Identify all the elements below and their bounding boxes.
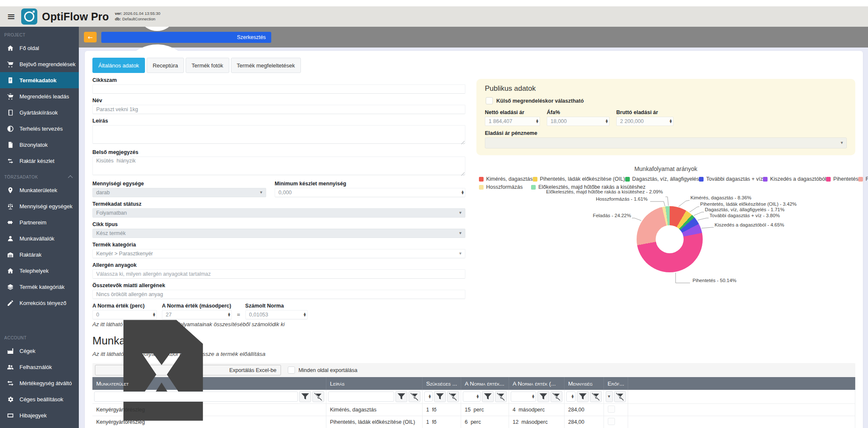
- column-header[interactable]: Erőf...: [604, 377, 628, 390]
- filter-funnel-icon[interactable]: [482, 391, 494, 402]
- minimum-keszlet-input[interactable]: [275, 188, 465, 197]
- termekadat-statusz-select[interactable]: Folyamatban ▼: [92, 208, 465, 218]
- spinner-buttons[interactable]: ▲▼: [462, 188, 464, 197]
- filter-funnel-icon[interactable]: [537, 391, 549, 402]
- sidebar-item-munkav-llal-k[interactable]: Munkavállalók: [0, 230, 79, 246]
- sidebar-item-megrendel-s-lead-s[interactable]: Megrendelés leadás: [0, 88, 79, 104]
- filter-funnel-icon[interactable]: [299, 391, 311, 402]
- legend-item[interactable]: Hosszformázás: [479, 184, 523, 190]
- brutto-ar-input[interactable]: [616, 117, 673, 126]
- spinner-buttons[interactable]: ▲▼: [670, 117, 672, 126]
- filter-select-erof[interactable]: ▼: [606, 391, 613, 402]
- filter-input-szukseges[interactable]: [424, 392, 433, 402]
- spinner-buttons[interactable]: ▲▼: [536, 117, 538, 126]
- spinner-buttons[interactable]: ▲▼: [304, 311, 306, 319]
- tab--ltal-nos-adatok[interactable]: Általános adatok: [92, 58, 145, 73]
- legend-item[interactable]: Kimérés, dagasztás: [479, 176, 533, 182]
- filter-input-mennyiseg[interactable]: [566, 392, 576, 402]
- filter-input-munkaterulet[interactable]: [94, 392, 298, 402]
- legend-item[interactable]: Kiszedés a dagasztóból: [763, 176, 826, 182]
- sidebar-item-gy-rt-ski-r-sok[interactable]: Gyártáskiírások: [0, 104, 79, 120]
- sidebar-item-f-oldal[interactable]: Fő oldal: [0, 40, 79, 56]
- donut-chart[interactable]: [637, 206, 703, 272]
- export-excel-button[interactable]: Exportálás Excel-be: [95, 365, 281, 375]
- spinner-buttons[interactable]: ▲▼: [228, 311, 230, 319]
- filter-clear-icon[interactable]: [409, 391, 420, 402]
- filter-funnel-icon[interactable]: [395, 391, 407, 402]
- spinner-buttons[interactable]: ▲▼: [606, 117, 608, 126]
- legend-item[interactable]: Pihentetés: [826, 176, 858, 182]
- penznem-select[interactable]: ▼: [485, 137, 847, 148]
- kulso-megrendeles-checkbox[interactable]: [486, 97, 493, 104]
- book-icon: [7, 109, 14, 116]
- filter-clear-icon[interactable]: [447, 391, 459, 402]
- sidebar-item-partnereim[interactable]: Partnereim: [0, 214, 79, 230]
- sidebar-item-terhel-s-tervez-s[interactable]: Terhelés tervezés: [0, 120, 79, 137]
- sidebar-item-munkater-letek[interactable]: Munkaterületek: [0, 182, 79, 198]
- export-all-checkbox[interactable]: [288, 366, 295, 374]
- column-header[interactable]: Mennyiség: [564, 377, 604, 390]
- allergen-anyagok-input[interactable]: [92, 269, 465, 279]
- filter-input-leiras[interactable]: [328, 392, 394, 402]
- erof-checkbox[interactable]: [608, 406, 615, 413]
- cikk-tipus-select[interactable]: Kész termék ▼: [92, 229, 465, 238]
- column-header[interactable]: A Norma érték...: [461, 377, 509, 390]
- spinner-buttons[interactable]: ▲▼: [153, 311, 155, 319]
- sidebar-item-rakt-rak[interactable]: Raktárak: [0, 246, 79, 263]
- afa-input[interactable]: [547, 117, 609, 126]
- hamburger-menu-icon[interactable]: ≡: [7, 11, 21, 22]
- tab-term-k-fot-k[interactable]: Termék fotók: [186, 58, 229, 73]
- filter-clear-icon[interactable]: [495, 391, 507, 402]
- netto-ar-input[interactable]: [485, 117, 540, 126]
- leiras-textarea[interactable]: [92, 125, 465, 144]
- sidebar-item-bizonylatok[interactable]: Bizonylatok: [0, 137, 79, 153]
- sidebar-item-m-rt-kegys-g-tv-lt-[interactable]: Mértékegység átváltó: [0, 375, 79, 391]
- filter-funnel-icon[interactable]: [434, 391, 446, 402]
- erof-checkbox[interactable]: [608, 418, 615, 425]
- filter-clear-icon[interactable]: [590, 391, 602, 402]
- sidebar-item-term-kadatok[interactable]: Termékadatok: [0, 72, 79, 88]
- resize-grip[interactable]: [461, 172, 465, 176]
- norma-masodperc-input[interactable]: [162, 310, 232, 319]
- filter-clear-icon[interactable]: [614, 391, 626, 402]
- tab-recept-ra[interactable]: Receptúra: [147, 58, 184, 73]
- sidebar-item-telephelyek[interactable]: Telephelyek: [0, 263, 79, 279]
- legend-item[interactable]: Dagasztás, víz, állagfigyelés: [625, 176, 699, 182]
- nev-input[interactable]: [92, 105, 465, 114]
- sidebar-item-c-ges-be-ll-t-sok[interactable]: Céges beállítások: [0, 391, 79, 407]
- sidebar-item-hibajegyek[interactable]: Hibajegyek: [0, 407, 79, 423]
- spinner-buttons[interactable]: ▲▼: [477, 392, 479, 401]
- legend-item[interactable]: Pihentetés, ládák előkészítése (OIL): [533, 176, 625, 182]
- sidebar-item-c-gek[interactable]: Cégek: [0, 343, 79, 359]
- spinner-buttons[interactable]: ▲▼: [572, 392, 574, 401]
- sidebar-item-felhaszn-l-k[interactable]: Felhasználók: [0, 359, 79, 375]
- spinner-buttons[interactable]: ▲▼: [532, 392, 534, 401]
- sidebar-item-mennyis-gi-egys-gek[interactable]: Mennyiségi egységek: [0, 198, 79, 214]
- edit-button[interactable]: Szerkesztés: [101, 32, 271, 43]
- cikkszam-input[interactable]: [92, 84, 465, 94]
- filter-funnel-icon[interactable]: [577, 391, 589, 402]
- belso-megjegyzes-textarea[interactable]: Kisütés hiányzik: [92, 157, 465, 175]
- sidebar-item-term-k-kateg-ri-k[interactable]: Termék kategóriák: [0, 279, 79, 295]
- sidebar-item-rakt-r-k-szlet[interactable]: Raktár készlet: [0, 153, 79, 169]
- legend-item[interactable]: További dagasztás + víz: [699, 176, 763, 182]
- legend-item[interactable]: Feladás: [858, 176, 868, 182]
- sidebar-section-label[interactable]: TÖRZSADATOK: [0, 169, 79, 182]
- osszetevok-allergenek-input[interactable]: [92, 290, 465, 299]
- sidebar-item-korrekci-s-t-nyez-[interactable]: Korrekciós tényező: [0, 295, 79, 311]
- back-button[interactable]: ←: [84, 32, 97, 42]
- szamolt-norma-input[interactable]: [245, 310, 308, 319]
- resize-grip[interactable]: [461, 140, 465, 144]
- termek-kategoria-select[interactable]: Kenyér > Parasztkenyér ▼: [92, 249, 465, 258]
- column-header[interactable]: A Norma érték (...: [509, 377, 564, 390]
- spinner-buttons[interactable]: ▲▼: [429, 392, 431, 401]
- tab-term-k-megfeleltet-sek[interactable]: Termék megfeleltetések: [231, 58, 301, 73]
- column-header[interactable]: Leírás: [326, 377, 422, 390]
- collapse-chevron-icon[interactable]: [68, 175, 72, 180]
- mennyisegi-egyseg-select[interactable]: darab ▼: [92, 188, 266, 197]
- norma-perc-input[interactable]: [92, 310, 157, 319]
- sidebar-item-bej-v-megrendel-sek[interactable]: Bejövő megrendelések: [0, 56, 79, 72]
- filter-clear-icon[interactable]: [551, 391, 562, 402]
- filter-clear-icon[interactable]: [312, 391, 324, 402]
- column-header[interactable]: Szükséges ...: [422, 377, 461, 390]
